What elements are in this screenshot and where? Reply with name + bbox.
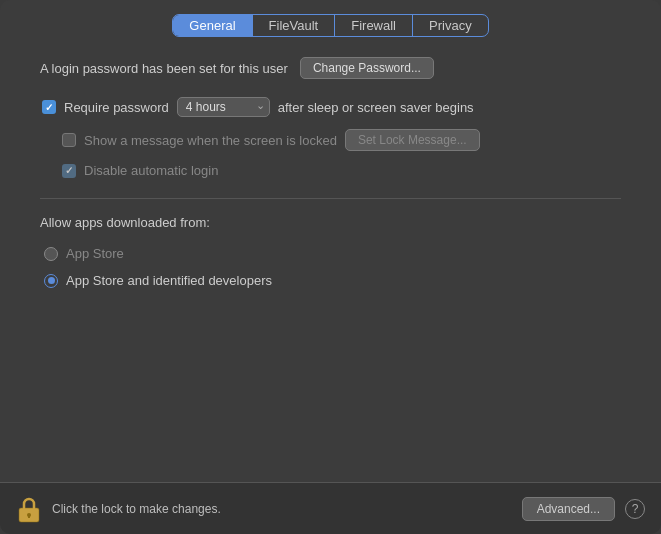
allow-apps-label: Allow apps downloaded from: [40,215,621,230]
disable-login-label: Disable automatic login [84,163,218,178]
change-password-button[interactable]: Change Password... [300,57,434,79]
footer: Click the lock to make changes. Advanced… [0,482,661,534]
radio-app-store-label: App Store [66,246,124,261]
tab-bar: General FileVault Firewall Privacy [0,0,661,37]
security-preferences-window: General FileVault Firewall Privacy A log… [0,0,661,534]
require-password-label: Require password [64,100,169,115]
tab-general[interactable]: General [173,15,252,36]
set-lock-message-button[interactable]: Set Lock Message... [345,129,480,151]
show-message-checkbox[interactable] [62,133,76,147]
lock-icon[interactable] [16,495,42,523]
svg-rect-2 [28,515,30,518]
radio-app-store-identified[interactable] [44,274,58,288]
bottom-section: Allow apps downloaded from: App Store Ap… [40,215,621,288]
help-button[interactable]: ? [625,499,645,519]
hours-select[interactable]: 4 hours immediately 5 seconds 1 minute 5… [177,97,270,117]
radio-app-store-row: App Store [44,246,621,261]
password-set-label: A login password has been set for this u… [40,61,288,76]
show-message-label: Show a message when the screen is locked [84,133,337,148]
password-row: A login password has been set for this u… [40,57,621,79]
show-message-row: Show a message when the screen is locked… [62,129,621,151]
radio-app-store-identified-row: App Store and identified developers [44,273,621,288]
radio-app-store-identified-label: App Store and identified developers [66,273,272,288]
tab-container: General FileVault Firewall Privacy [172,14,488,37]
disable-login-row: Disable automatic login [62,163,621,178]
require-password-row: Require password 4 hours immediately 5 s… [42,97,621,117]
hours-select-wrapper: 4 hours immediately 5 seconds 1 minute 5… [177,97,270,117]
disable-login-checkbox[interactable] [62,164,76,178]
require-password-checkbox[interactable] [42,100,56,114]
section-divider [40,198,621,199]
advanced-button[interactable]: Advanced... [522,497,615,521]
main-content: A login password has been set for this u… [0,37,661,482]
tab-privacy[interactable]: Privacy [413,15,488,36]
footer-lock-text: Click the lock to make changes. [52,502,512,516]
tab-firewall[interactable]: Firewall [335,15,413,36]
after-sleep-label: after sleep or screen saver begins [278,100,474,115]
radio-app-store[interactable] [44,247,58,261]
tab-filevault[interactable]: FileVault [253,15,336,36]
top-section: A login password has been set for this u… [40,57,621,178]
